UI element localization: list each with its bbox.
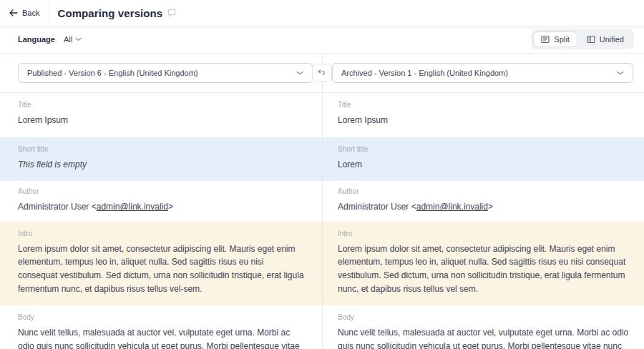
page-title: Comparing versions <box>57 7 162 19</box>
unified-view-label: Unified <box>600 35 624 44</box>
swap-arrows-icon <box>318 69 326 77</box>
field-label: Author <box>338 187 631 195</box>
app-header: Back Comparing versions <box>0 0 644 26</box>
field-label: Author <box>18 187 304 195</box>
toolbar: Language All Split Unified <box>0 26 644 54</box>
language-value: All <box>64 35 72 44</box>
field-value-empty: This field is empty <box>18 158 304 172</box>
field-label: Short title <box>18 145 304 153</box>
chevron-down-icon <box>296 71 303 75</box>
field-value: Lorem Ipsum <box>338 114 631 127</box>
field-row-author: Author Administrator User <admin@link.in… <box>0 181 644 222</box>
unified-view-button[interactable]: Unified <box>579 31 632 47</box>
field-row-short-title: Short title This field is empty Short ti… <box>0 137 644 182</box>
field-value: Nunc velit tellus, malesuada at auctor v… <box>338 326 631 349</box>
field-value: Lorem Ipsum <box>18 114 304 127</box>
header-divider <box>49 0 49 26</box>
field-value: Lorem ipsum dolor sit amet, consectetur … <box>18 242 304 295</box>
comparison-area: Published - Version 6 - English (United … <box>0 54 644 349</box>
right-version-select[interactable]: Archived - Version 1 - English (United K… <box>332 63 633 83</box>
view-mode-toggle: Split Unified <box>531 29 634 49</box>
field-label: Intro <box>18 230 304 237</box>
field-label: Intro <box>338 230 631 237</box>
back-button[interactable]: Back <box>0 0 49 26</box>
chevron-down-icon <box>75 37 82 41</box>
split-view-label: Split <box>554 35 569 44</box>
field-value: Lorem <box>338 158 631 172</box>
author-suffix: > <box>168 202 173 212</box>
back-label: Back <box>22 9 39 17</box>
comment-icon[interactable] <box>167 9 176 17</box>
unified-view-icon <box>587 35 595 44</box>
field-value: Administrator User <admin@link.invalid> <box>18 200 304 214</box>
field-row-intro: Intro Lorem ipsum dolor sit amet, consec… <box>0 222 644 305</box>
field-label: Body <box>18 313 304 321</box>
author-name: Administrator User < <box>338 202 416 212</box>
field-row-title: Title Lorem Ipsum Title Lorem Ipsum <box>0 93 644 137</box>
language-dropdown[interactable]: All <box>64 35 82 44</box>
field-value: Lorem ipsum dolor sit amet, consectetur … <box>338 242 631 295</box>
language-label: Language <box>18 35 55 44</box>
field-label: Title <box>18 101 304 109</box>
field-label: Body <box>338 313 631 321</box>
field-value: Nunc velit tellus, malesuada at auctor v… <box>18 326 304 349</box>
author-suffix: > <box>488 202 493 212</box>
right-version-value: Archived - Version 1 - English (United K… <box>341 69 508 77</box>
field-value: Administrator User <admin@link.invalid> <box>338 200 631 214</box>
left-version-select[interactable]: Published - Version 6 - English (United … <box>18 63 313 83</box>
version-selector-row: Published - Version 6 - English (United … <box>0 54 644 93</box>
swap-versions-button[interactable] <box>312 64 332 82</box>
author-email-link[interactable]: admin@link.invalid <box>97 202 168 212</box>
split-view-button[interactable]: Split <box>533 31 577 47</box>
split-view-icon <box>541 35 550 44</box>
author-name: Administrator User < <box>18 202 97 212</box>
chevron-down-icon <box>617 71 624 75</box>
arrow-left-icon <box>9 9 18 16</box>
author-email-link[interactable]: admin@link.invalid <box>416 202 488 212</box>
left-version-value: Published - Version 6 - English (United … <box>27 69 197 77</box>
field-label: Title <box>338 101 631 109</box>
field-row-body: Body Nunc velit tellus, malesuada at auc… <box>0 305 644 349</box>
field-label: Short title <box>338 145 631 153</box>
